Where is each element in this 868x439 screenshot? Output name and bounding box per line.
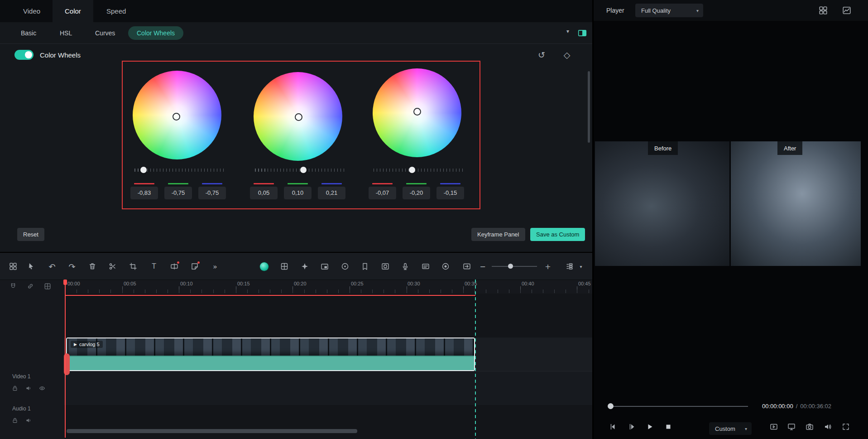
keyframe-panel-button[interactable]: Keyframe Panel: [471, 228, 525, 241]
slider-thumb[interactable]: [300, 167, 307, 173]
captions-icon[interactable]: [420, 261, 431, 272]
mute-track-icon[interactable]: [25, 417, 32, 424]
previous-frame-icon[interactable]: [608, 422, 618, 432]
color-wheels-toggle[interactable]: [14, 50, 34, 60]
after-label: After: [777, 141, 802, 155]
split-scissors-icon[interactable]: [107, 261, 118, 272]
reset-button[interactable]: Reset: [17, 228, 44, 241]
color-wheel-indicator[interactable]: [173, 113, 180, 121]
export-frame-icon[interactable]: [461, 261, 472, 272]
tab-speed[interactable]: Speed: [94, 0, 138, 22]
volume-icon[interactable]: [823, 422, 833, 432]
seek-bar[interactable]: [611, 406, 748, 407]
color-wheel-highlights[interactable]: [373, 68, 461, 157]
delete-icon[interactable]: [87, 261, 98, 272]
scopes-icon[interactable]: [842, 6, 851, 15]
mute-track-icon[interactable]: [25, 385, 32, 392]
media-grid-icon[interactable]: [8, 261, 19, 272]
magnet-icon[interactable]: [10, 283, 17, 290]
mask-icon[interactable]: [380, 261, 391, 272]
value-green[interactable]: -0,75: [164, 187, 192, 199]
zoom-in-icon[interactable]: +: [542, 261, 553, 272]
red-channel-bar: [254, 183, 274, 184]
panel-tabbar: Video Color Speed: [0, 0, 592, 22]
value-blue[interactable]: 0,21: [318, 187, 345, 199]
audio-track-lane[interactable]: [64, 371, 592, 405]
color-wheel-shadows[interactable]: [133, 71, 221, 159]
text-tool-icon[interactable]: T: [149, 261, 159, 272]
pip-icon[interactable]: [319, 261, 330, 272]
lock-icon[interactable]: [11, 417, 19, 424]
display-device-icon[interactable]: [786, 422, 796, 432]
pointer-tool-icon[interactable]: [26, 261, 37, 272]
snapshot-icon[interactable]: [805, 422, 815, 432]
save-as-custom-button[interactable]: Save as Custom: [530, 228, 585, 241]
track-manager-chevron-icon[interactable]: ▾: [578, 261, 584, 272]
quality-value: Full Quality: [641, 7, 671, 14]
seek-thumb[interactable]: [608, 403, 614, 409]
lock-icon[interactable]: [11, 385, 19, 392]
mic-icon[interactable]: [400, 261, 411, 272]
zoom-out-icon[interactable]: −: [477, 261, 488, 272]
next-frame-icon[interactable]: [627, 422, 637, 432]
value-green[interactable]: 0,10: [284, 187, 312, 199]
zoom-slider[interactable]: [492, 266, 537, 267]
subtab-basic[interactable]: Basic: [14, 22, 43, 43]
hide-track-icon[interactable]: [38, 385, 46, 392]
value-red[interactable]: 0,05: [250, 187, 278, 199]
effects-icon[interactable]: [299, 261, 310, 272]
reset-section-icon[interactable]: ↺: [535, 48, 548, 61]
slider-thumb[interactable]: [409, 167, 415, 173]
subtab-hsl[interactable]: HSL: [53, 22, 78, 43]
playhead-line[interactable]: [65, 280, 66, 438]
value-blue[interactable]: -0,75: [198, 187, 226, 199]
layout-grid-icon[interactable]: [819, 6, 828, 15]
wheel-slider-3[interactable]: [374, 167, 465, 174]
timeline-hscrollbar[interactable]: [67, 429, 357, 433]
track-manager-icon[interactable]: [564, 261, 575, 272]
fullscreen-icon[interactable]: [841, 422, 851, 432]
zoom-slider-thumb[interactable]: [508, 264, 513, 269]
playback-mode-dropdown[interactable]: Custom ▾: [709, 422, 752, 435]
link-icon[interactable]: [27, 283, 34, 290]
before-image: [595, 141, 729, 266]
redo-icon[interactable]: ↷: [67, 261, 77, 272]
value-green[interactable]: -0,20: [403, 187, 430, 199]
more-tools-icon[interactable]: »: [210, 261, 221, 272]
before-label: Before: [648, 141, 678, 155]
slider-thumb[interactable]: [140, 167, 147, 173]
sticker-icon[interactable]: [189, 261, 200, 272]
video-clip[interactable]: ▶ carvlog 5: [66, 338, 475, 371]
subtab-color-wheels[interactable]: Color Wheels: [128, 26, 183, 40]
value-red[interactable]: -0,07: [369, 187, 396, 199]
split-clip-icon[interactable]: [169, 261, 180, 272]
ruler-label: 00:15: [237, 281, 250, 286]
wheel-slider-1[interactable]: [134, 167, 226, 174]
value-red[interactable]: -0,83: [130, 187, 158, 199]
motion-tracking-icon[interactable]: [340, 261, 350, 272]
undo-icon[interactable]: ↶: [47, 261, 58, 272]
tab-video[interactable]: Video: [11, 0, 53, 22]
marker-icon[interactable]: [360, 261, 370, 272]
tab-color[interactable]: Color: [53, 0, 93, 22]
wheel-slider-2[interactable]: [255, 167, 346, 174]
play-icon[interactable]: [645, 422, 655, 432]
ruler-label: 00:20: [294, 281, 307, 286]
color-tool-icon[interactable]: [259, 261, 269, 272]
stop-icon[interactable]: [663, 422, 673, 432]
compare-view-icon[interactable]: [578, 29, 587, 37]
subtab-curves[interactable]: Curves: [89, 22, 121, 43]
color-wheel-indicator[interactable]: [413, 108, 421, 116]
collapse-chevron-icon[interactable]: ▾: [563, 28, 572, 34]
snap-icon[interactable]: [44, 283, 51, 290]
crop-icon[interactable]: [128, 261, 139, 272]
quality-dropdown[interactable]: Full Quality ▾: [635, 4, 703, 17]
keyframe-diamond-icon[interactable]: ◇: [561, 48, 573, 61]
panel-scrollbar[interactable]: [588, 71, 590, 143]
value-blue[interactable]: -0,15: [436, 187, 464, 199]
color-wheel-indicator[interactable]: [295, 113, 302, 121]
render-preview-icon[interactable]: [769, 422, 779, 432]
mosaic-icon[interactable]: [279, 261, 290, 272]
color-wheel-midtones[interactable]: [254, 72, 342, 161]
record-icon[interactable]: [440, 261, 451, 272]
